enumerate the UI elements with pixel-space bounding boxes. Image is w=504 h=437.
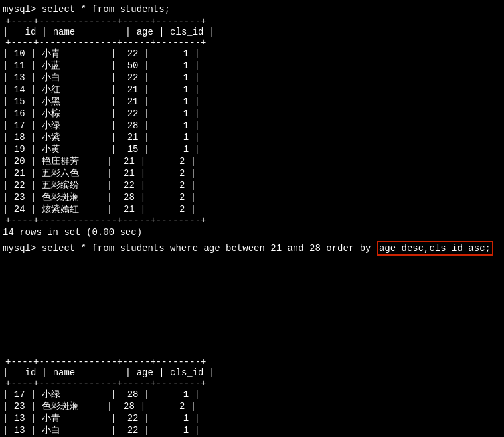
prompt2: mysql>	[3, 243, 42, 254]
table-row: | 13 | 小白 | 22 | 1 |	[3, 72, 501, 84]
table-row: | 13 | 小青 | 22 | 1 |	[3, 412, 501, 424]
table-row: | 10 | 小青 | 22 | 1 |	[3, 48, 501, 60]
table1-result: 14 rows in set (0.00 sec)	[0, 226, 504, 239]
table-row: | 20 | 艳庄群芳 | 21 | 2 |	[3, 155, 501, 167]
table-row: | 17 | 小绿 | 28 | 1 |	[3, 389, 501, 400]
table1-header-divider: +----+--------------+-----+--------+	[3, 37, 501, 48]
table1-top-divider: +----+--------------+-----+--------+	[3, 16, 501, 27]
table1-container: +----+--------------+-----+--------+ | i…	[0, 16, 504, 226]
table-row: | 23 | 色彩斑斓 | 28 | 2 |	[3, 191, 501, 203]
table2-header-divider: +----+--------------+-----+--------+	[3, 378, 501, 389]
table-row: | 15 | 小黑 | 21 | 1 |	[3, 96, 501, 108]
table1-bottom-divider: +----+--------------+-----+--------+	[3, 215, 501, 226]
table2-rows: | 17 | 小绿 | 28 | 1 || 23 | 色彩斑斓 | 28 | 2…	[3, 389, 501, 437]
query2-area: mysql> select * from students where age …	[0, 243, 504, 357]
table-row: | 19 | 小黄 | 15 | 1 |	[3, 143, 501, 155]
query2-line: mysql> select * from students where age …	[3, 243, 493, 254]
terminal: mysql> select * from students; +----+---…	[0, 0, 504, 437]
table-row: | 17 | 小绿 | 28 | 1 |	[3, 120, 501, 131]
table-row: | 22 | 五彩缤纷 | 22 | 2 |	[3, 179, 501, 191]
table-row: | 18 | 小紫 | 21 | 1 |	[3, 131, 501, 143]
table2-top-divider: +----+--------------+-----+--------+	[3, 357, 501, 367]
table-row: | 11 | 小蓝 | 50 | 1 |	[3, 60, 501, 72]
table2-container: +----+--------------+-----+--------+ | i…	[0, 357, 504, 437]
table-row: | 24 | 炫紫嫣红 | 21 | 2 |	[3, 203, 501, 215]
prompt1: mysql>	[3, 4, 42, 15]
table-row: | 21 | 五彩六色 | 21 | 2 |	[3, 167, 501, 179]
sql2-highlighted: age desc,cls_id asc;	[377, 241, 493, 256]
table-row: | 14 | 小红 | 21 | 1 |	[3, 84, 501, 96]
query1-line: mysql> select * from students;	[0, 3, 504, 16]
table1-rows: | 10 | 小青 | 22 | 1 || 11 | 小蓝 | 50 | 1 |…	[3, 48, 501, 215]
table-row: | 16 | 小棕 | 22 | 1 |	[3, 108, 501, 120]
table-row: | 13 | 小白 | 22 | 1 |	[3, 424, 501, 436]
table-row: | 23 | 色彩斑斓 | 28 | 2 |	[3, 400, 501, 412]
sql1: select * from students;	[42, 4, 170, 15]
sql2-before: select * from students where age between…	[42, 243, 377, 254]
